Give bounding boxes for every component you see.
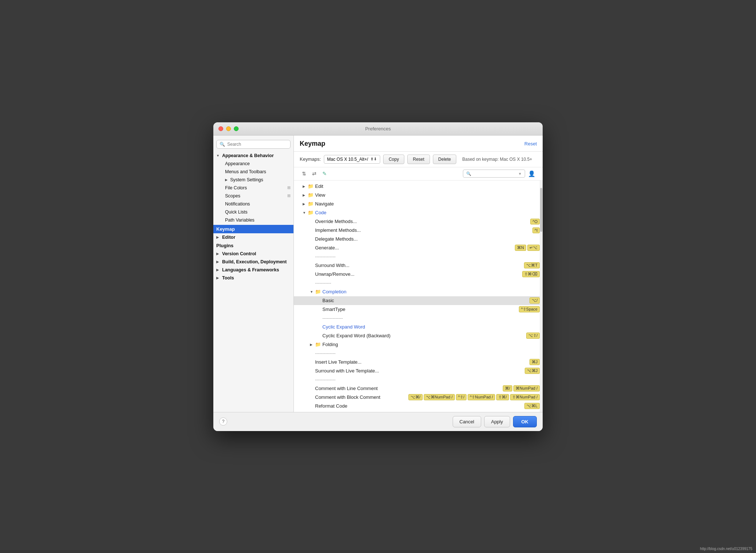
sidebar-item-tools[interactable]: ▶ Tools — [213, 274, 293, 282]
chevron-right-icon: ▶ — [225, 178, 229, 182]
based-on-text: Based on keymap: Mac OS X 10.5+ — [462, 157, 532, 162]
tree-shortcuts: ⌥⌘L — [524, 403, 540, 409]
tree-item-navigate[interactable]: ▶ 📁 Navigate — [294, 200, 543, 208]
shortcut-badge: ⌘J — [529, 359, 540, 365]
tree-item-edit[interactable]: ▶ 📁 Edit — [294, 182, 543, 191]
sidebar-item-menus-toolbars[interactable]: Menus and Toolbars — [213, 168, 293, 176]
sidebar-item-system-settings[interactable]: ▶ System Settings — [213, 176, 293, 184]
sidebar-item-quick-lists[interactable]: Quick Lists — [213, 208, 293, 216]
tree-item-code[interactable]: ▼ 📁 Code — [294, 208, 543, 217]
tree-shortcuts: ^O — [530, 219, 540, 224]
sidebar-item-path-variables[interactable]: Path Variables — [213, 216, 293, 224]
tree-item-insert-live-template[interactable]: Insert Live Template... ⌘J — [294, 358, 543, 367]
edit-icon-button[interactable]: ✎ — [320, 170, 329, 178]
tree-shortcuts: ⌘/ ⌘NumPad / — [503, 385, 540, 391]
tree-label: Edit — [315, 183, 540, 189]
tree-item-surround-with[interactable]: Surround With... ⌥⌘T — [294, 261, 543, 270]
tree-label: Completion — [322, 289, 540, 294]
tree-shortcuts: ⌘N ↵⌥ — [515, 245, 540, 251]
sidebar-item-appearance[interactable]: Appearance — [213, 160, 293, 168]
tree-item-override-methods[interactable]: Override Methods... ^O — [294, 217, 543, 226]
tree-item-folding[interactable]: ▶ 📁 Folding — [294, 340, 543, 349]
tree-item-reformat-code[interactable]: Reformat Code ⌥⌘L — [294, 402, 543, 411]
collapse-all-button[interactable]: ⇄ — [310, 170, 319, 178]
shortcut-badge: ^O — [530, 219, 540, 224]
sidebar-item-plugins[interactable]: Plugins — [213, 241, 293, 250]
tree-item-delegate-methods[interactable]: Delegate Methods... — [294, 235, 543, 244]
tree-item-smarttype[interactable]: SmartType ^⇧Space — [294, 305, 543, 314]
sidebar-item-label: Quick Lists — [225, 209, 247, 215]
tree-label: Cyclic Expand Word (Backward) — [322, 333, 526, 338]
help-button[interactable]: ? — [219, 417, 227, 426]
action-search-input[interactable] — [473, 171, 517, 176]
shortcut-badge: ⇧⌘/ — [496, 394, 509, 400]
sidebar-item-build-execution[interactable]: ▶ Build, Execution, Deployment — [213, 258, 293, 266]
separator-label: -------------- — [315, 377, 336, 382]
tree-item-view[interactable]: ▶ 📁 View — [294, 191, 543, 200]
sidebar-item-notifications[interactable]: Notifications — [213, 200, 293, 208]
right-panel: Keymap Reset Keymaps: Mac OS X 10.5_Alt+… — [294, 136, 543, 412]
ok-button[interactable]: OK — [513, 416, 537, 427]
tree-shortcuts: ^I — [532, 227, 540, 233]
scrollbar-track — [540, 181, 543, 412]
sidebar-item-version-control[interactable]: ▶ Version Control — [213, 250, 293, 258]
maximize-button[interactable] — [234, 126, 239, 131]
action-search-area: 🔍 ▼ 👤 — [463, 170, 537, 178]
sidebar-item-languages-frameworks[interactable]: ▶ Languages & Frameworks — [213, 266, 293, 274]
tree-item-unwrap-remove[interactable]: Unwrap/Remove... ⇧⌘⌫ — [294, 270, 543, 279]
cancel-button[interactable]: Cancel — [453, 416, 481, 427]
sidebar-item-file-colors[interactable]: File Colors ⊞ — [213, 184, 293, 192]
shortcut-badge: ⇧⌘⌫ — [522, 271, 540, 277]
tree-item-implement-methods[interactable]: Implement Methods... ^I — [294, 226, 543, 235]
apply-button[interactable]: Apply — [484, 416, 510, 427]
tree-item-completion[interactable]: ▼ 📁 Completion — [294, 287, 543, 296]
sidebar-item-appearance-behavior[interactable]: ▼ Appearance & Behavior — [213, 152, 293, 160]
chevron-right-icon: ▶ — [216, 252, 221, 256]
delete-button[interactable]: Delete — [433, 155, 457, 164]
tree-separator-4: -------------- — [294, 349, 543, 358]
tree-item-basic[interactable]: Basic ⌥/ — [294, 296, 543, 305]
keymap-dropdown[interactable]: Mac OS X 10.5_Alt+/ ⬆⬇ — [324, 155, 380, 164]
tree-label: Surround With... — [315, 263, 524, 268]
chevron-right-icon: ▶ — [303, 193, 308, 197]
tree-item-comment-line[interactable]: Comment with Line Comment ⌘/ ⌘NumPad / — [294, 384, 543, 393]
sidebar-item-scopes[interactable]: Scopes ⊞ — [213, 192, 293, 200]
tree-label: Surround with Live Template... — [315, 368, 525, 374]
user-icon-button[interactable]: 👤 — [527, 170, 537, 178]
tree-item-comment-block[interactable]: Comment with Block Comment ⌥⌘/ ⌥⌘NumPad … — [294, 393, 543, 402]
chevron-right-icon: ▶ — [216, 268, 221, 272]
folder-icon: 📁 — [308, 210, 314, 215]
tree-label: Reformat Code — [315, 403, 524, 409]
sidebar-item-editor[interactable]: ▶ Editor — [213, 233, 293, 241]
chevron-down-icon: ▼ — [310, 290, 315, 294]
action-toolbar: ⇅ ⇄ ✎ 🔍 ▼ 👤 — [294, 167, 543, 181]
chevron-right-icon: ▶ — [216, 276, 221, 280]
tree-label: Navigate — [315, 201, 540, 207]
sidebar-item-keymap[interactable]: Keymap — [213, 225, 293, 233]
scrollbar-thumb[interactable] — [540, 188, 542, 232]
search-container: 🔍 — [216, 140, 291, 149]
tree-item-generate[interactable]: Generate... ⌘N ↵⌥ — [294, 244, 543, 252]
panel-reset-link[interactable]: Reset — [524, 141, 537, 146]
window-title: Preferences — [365, 126, 391, 131]
expand-all-button[interactable]: ⇅ — [300, 170, 308, 178]
tree-label: Comment with Line Comment — [315, 386, 503, 391]
tree-item-surround-live-template[interactable]: Surround with Live Template... ⌥⌘J — [294, 367, 543, 375]
sidebar-item-label: Appearance — [225, 161, 250, 166]
title-bar: Preferences — [213, 122, 543, 136]
shortcut-badge: ^⇧/ — [456, 394, 467, 400]
tree-item-cyclic-expand-word-backward[interactable]: Cyclic Expand Word (Backward) ⌥⇧/ — [294, 331, 543, 340]
tree-item-cyclic-expand-word[interactable]: Cyclic Expand Word — [294, 323, 543, 331]
shortcut-badge: ⌥⌘L — [524, 403, 540, 409]
chevron-down-icon: ▼ — [303, 211, 308, 215]
reset-button[interactable]: Reset — [407, 155, 430, 164]
search-input[interactable] — [227, 142, 287, 147]
scopes-badge-icon: ⊞ — [287, 193, 291, 198]
minimize-button[interactable] — [226, 126, 231, 131]
copy-button[interactable]: Copy — [383, 155, 404, 164]
close-button[interactable] — [218, 126, 223, 131]
sidebar-item-label: Scopes — [225, 193, 240, 198]
separator-label: -------------- — [322, 316, 343, 321]
folder-icon: 📁 — [315, 342, 321, 347]
search-dropdown-icon[interactable]: ▼ — [518, 172, 522, 176]
